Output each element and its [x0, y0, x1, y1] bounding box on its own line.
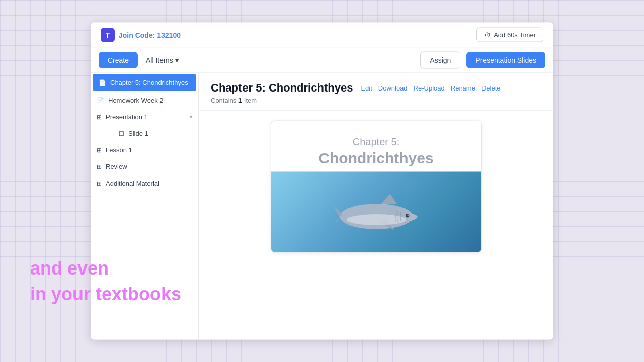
chapter-title-row: Chapter 5: Chondrichthyes Edit Download …: [211, 81, 541, 95]
sidebar-item-lesson1[interactable]: ⊞ Lesson 1: [91, 142, 198, 158]
all-items-button[interactable]: All Items ▾: [146, 56, 179, 64]
main-panel: Chapter 5: Chondrichthyes Edit Download …: [199, 73, 553, 340]
presentation-slides-button[interactable]: Presentation Slides: [466, 52, 545, 68]
add-timer-label: Add 60s Timer: [494, 31, 536, 39]
chapter-title: Chapter 5: Chondrichthyes: [211, 81, 353, 95]
sidebar-item-label: Homework Week 2: [108, 97, 164, 104]
all-items-label: All Items: [146, 56, 173, 64]
sidebar-item-homework[interactable]: 📄 Homework Week 2: [91, 92, 198, 109]
header-left: T Join Code: 132100: [101, 28, 181, 42]
toolbar: Create All Items ▾ Assign Presentation S…: [91, 48, 553, 73]
sidebar-item-review[interactable]: ⊞ Review: [91, 158, 198, 175]
chapter-header: Chapter 5: Chondrichthyes Edit Download …: [199, 73, 553, 111]
preview-image: [271, 172, 481, 252]
svg-point-2: [407, 215, 409, 216]
grid-icon: ⊞: [97, 179, 102, 187]
sidebar-item-row: ⊞ Presentation 1 ▾: [97, 113, 192, 121]
grid-icon: ⊞: [97, 113, 102, 120]
toolbar-right: Assign Presentation Slides: [420, 52, 545, 69]
preview-card-top: Chapter 5: Chondrichthyes: [271, 121, 481, 172]
preview-card: Chapter 5: Chondrichthyes: [271, 121, 482, 253]
svg-point-3: [346, 214, 406, 225]
join-code-value: 132100: [157, 31, 181, 39]
document-icon: 📄: [97, 97, 104, 104]
content-area: 📄 Chapter 5: Chondrichthyes 📄 Homework W…: [91, 73, 553, 340]
sidebar-item-label: Review: [106, 163, 127, 170]
chevron-down-icon: ▾: [190, 114, 192, 120]
edit-link[interactable]: Edit: [361, 84, 372, 92]
assign-button[interactable]: Assign: [420, 52, 460, 69]
shark-illustration: [326, 182, 427, 242]
sidebar-item-presentation1[interactable]: ⊞ Presentation 1 ▾: [91, 109, 198, 125]
delete-link[interactable]: Delete: [481, 84, 501, 92]
toolbar-left: Create All Items ▾: [99, 52, 179, 68]
reupload-link[interactable]: Re-Upload: [414, 84, 445, 92]
document-icon: 📄: [99, 79, 106, 86]
header: T Join Code: 132100 ⏱ Add 60s Timer: [91, 23, 553, 48]
sidebar-item-label: Chapter 5: Chondrichthyes: [110, 79, 188, 86]
sidebar-item-label: Presentation 1: [106, 113, 148, 121]
add-timer-button[interactable]: ⏱ Add 60s Timer: [476, 28, 543, 42]
sidebar-item-chapter5[interactable]: 📄 Chapter 5: Chondrichthyes: [93, 74, 196, 91]
sidebar: 📄 Chapter 5: Chondrichthyes 📄 Homework W…: [91, 73, 199, 340]
grid-icon: ⊞: [97, 163, 102, 170]
download-link[interactable]: Download: [378, 84, 408, 92]
sidebar-item-slide1[interactable]: ☐ Slide 1: [91, 125, 198, 142]
sidebar-item-label: Slide 1: [128, 130, 148, 137]
contains-count: 1: [238, 97, 242, 104]
create-button[interactable]: Create: [99, 52, 138, 68]
chevron-down-icon: ▾: [175, 56, 179, 64]
chapter-contains: Contains 1 Item: [211, 97, 541, 104]
preview-area: Chapter 5: Chondrichthyes: [199, 111, 553, 263]
app-container: T Join Code: 132100 ⏱ Add 60s Timer Crea…: [91, 23, 553, 340]
checkbox-icon: ☐: [119, 130, 124, 137]
preview-chapter-label: Chapter 5:: [281, 136, 471, 148]
timer-icon: ⏱: [484, 31, 491, 39]
sidebar-item-label: Lesson 1: [106, 146, 132, 154]
sidebar-item-additional[interactable]: ⊞ Additional Material: [91, 175, 198, 192]
join-code-label: Join Code: 132100: [119, 31, 181, 39]
sidebar-item-label: Additional Material: [106, 179, 159, 187]
rename-link[interactable]: Rename: [451, 84, 475, 92]
preview-chapter-name: Chondrichthyes: [281, 150, 471, 167]
logo: T: [101, 28, 115, 42]
grid-icon: ⊞: [97, 146, 102, 153]
chapter-actions: Edit Download Re-Upload Rename Delete: [361, 84, 500, 92]
